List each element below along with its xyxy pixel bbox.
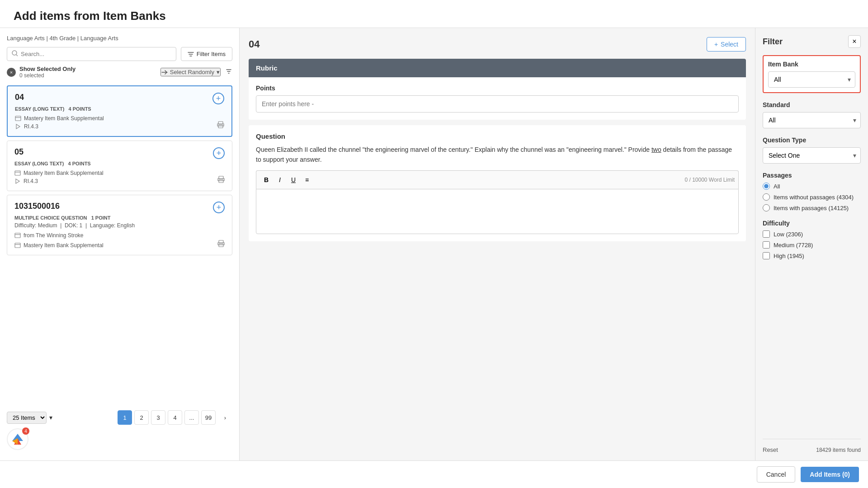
show-selected-row: × Show Selected Only 0 selected (7, 66, 75, 79)
question-section: Question Queen Elizabeth II called the c… (249, 125, 746, 241)
difficulty-medium-label: Medium (7728) (774, 242, 813, 249)
item-add-button[interactable]: + (213, 202, 225, 213)
select-randomly-button[interactable]: Select Randomly ▾ (160, 68, 221, 76)
logo: 4 (7, 428, 28, 450)
item-type: MULTIPLE CHOICE QUESTION 1 point (14, 215, 225, 221)
difficulty-medium-option[interactable]: Medium (7728) (763, 241, 861, 249)
page-button-ellipsis: ... (184, 410, 199, 425)
plus-icon: + (714, 41, 718, 48)
svg-rect-2 (15, 116, 21, 121)
sort-button[interactable] (225, 68, 232, 76)
answer-editor[interactable] (256, 189, 739, 234)
difficulty-low-checkbox[interactable] (763, 230, 770, 238)
clear-selected-button[interactable]: × (7, 68, 16, 77)
item-number: 05 (14, 147, 24, 157)
passages-label: Passages (763, 172, 861, 179)
page-title: Add items from Item Banks (14, 9, 854, 23)
page-next-button[interactable]: › (218, 410, 232, 425)
select-label: Select (721, 41, 738, 48)
item-passage-meta: from The Winning Stroke (14, 232, 225, 239)
items-list: 04 + ESSAY (LONG TEXT) 4 points Mastery … (7, 85, 232, 407)
item-number: 04 (15, 93, 24, 102)
per-page-chevron: ▾ (49, 414, 52, 421)
page-button-3[interactable]: 3 (151, 410, 165, 425)
search-input[interactable] (21, 51, 171, 57)
passages-with-option[interactable]: Items with passages (14125) (763, 204, 861, 211)
italic-button[interactable]: I (274, 174, 286, 186)
svg-rect-12 (15, 243, 20, 248)
page-button-99[interactable]: 99 (201, 410, 216, 425)
item-bank-meta: Mastery Item Bank Supplemental (15, 115, 224, 122)
question-type-dropdown[interactable]: Select One (763, 147, 861, 164)
page-button-4[interactable]: 4 (168, 410, 182, 425)
difficulty-high-checkbox[interactable] (763, 252, 770, 259)
difficulty-label: Difficulty (763, 220, 861, 227)
search-box[interactable] (7, 47, 176, 61)
passages-radio-group: All Items without passages (4304) Items … (763, 183, 861, 211)
standard-section: Standard All ▾ (763, 101, 861, 128)
notification-badge: 4 (22, 427, 29, 435)
filter-close-button[interactable]: × (848, 35, 861, 48)
selected-count: 0 selected (19, 72, 75, 79)
passages-all-option[interactable]: All (763, 183, 861, 190)
select-button[interactable]: + Select (707, 37, 746, 52)
item-card[interactable]: 04 + ESSAY (LONG TEXT) 4 points Mastery … (7, 85, 232, 137)
svg-rect-9 (219, 180, 223, 183)
difficulty-low-label: Low (2306) (774, 231, 803, 238)
center-panel: 04 + Select Rubric Points Question Queen… (240, 28, 755, 460)
difficulty-low-option[interactable]: Low (2306) (763, 230, 861, 238)
passages-without-radio[interactable] (763, 193, 770, 201)
select-randomly-chevron: ▾ (217, 69, 220, 75)
item-add-button[interactable]: + (212, 93, 224, 104)
standard-label: Standard (763, 101, 861, 108)
bottom-bar: Cancel Add Items (0) (0, 460, 868, 488)
points-input[interactable] (256, 95, 739, 113)
print-icon[interactable] (217, 240, 225, 249)
difficulty-medium-checkbox[interactable] (763, 241, 770, 249)
breadcrumb: Language Arts | 4th Grade | Language Art… (7, 35, 232, 42)
passages-all-radio[interactable] (763, 183, 770, 190)
difficulty-high-option[interactable]: High (1945) (763, 252, 861, 259)
per-page-dropdown[interactable]: 25 Items 50 Items (7, 412, 47, 424)
item-card[interactable]: 1031500016 + MULTIPLE CHOICE QUESTION 1 … (7, 195, 232, 255)
item-bank-dropdown[interactable]: All (768, 71, 855, 88)
item-number: 1031500016 (14, 202, 60, 211)
page-button-2[interactable]: 2 (134, 410, 149, 425)
underline-button[interactable]: U (287, 174, 300, 186)
editor-toolbar: B I U ≡ 0 / 10000 Word Limit (256, 170, 739, 189)
search-icon (12, 50, 18, 58)
passages-with-radio[interactable] (763, 204, 770, 211)
item-type: ESSAY (LONG TEXT) 4 points (14, 161, 225, 166)
item-standard-value: RI.4.3 (24, 123, 38, 130)
passages-without-option[interactable]: Items without passages (4304) (763, 193, 861, 201)
svg-line-1 (16, 55, 18, 56)
list-button[interactable]: ≡ (301, 174, 313, 186)
item-passage-name: from The Winning Stroke (24, 232, 84, 239)
passages-without-label: Items without passages (4304) (774, 194, 854, 201)
cancel-button[interactable]: Cancel (757, 466, 796, 483)
show-selected-label[interactable]: Show Selected Only (19, 66, 75, 72)
question-text: Queen Elizabeth II called the chunnel "t… (256, 145, 739, 165)
item-bank-meta: Mastery Item Bank Supplemental (14, 242, 225, 249)
item-bank-dropdown-wrapper: All ▾ (768, 71, 855, 88)
svg-rect-6 (15, 171, 20, 175)
add-items-button[interactable]: Add Items (0) (801, 467, 859, 482)
item-difficulty: Difficulty: Medium | DOK: 1 | Language: … (14, 222, 225, 229)
item-card[interactable]: 05 + ESSAY (LONG TEXT) 4 points Mastery … (7, 141, 232, 191)
filter-items-button[interactable]: Filter Items (181, 47, 232, 61)
per-page-select[interactable]: 25 Items 50 Items ▾ (7, 412, 52, 424)
item-bank-meta: Mastery Item Bank Supplemental (14, 170, 225, 176)
question-label: Question (256, 132, 739, 140)
reset-button[interactable]: Reset (763, 446, 778, 453)
svg-rect-10 (15, 233, 20, 238)
item-add-button[interactable]: + (213, 147, 225, 159)
page-button-1[interactable]: 1 (118, 410, 132, 425)
filter-title: Filter (763, 37, 783, 47)
print-icon[interactable] (217, 176, 225, 184)
passages-all-label: All (774, 183, 780, 190)
bold-button[interactable]: B (260, 174, 273, 186)
page-header: Add items from Item Banks (0, 0, 868, 28)
rubric-section: Rubric Points (249, 59, 746, 120)
standard-dropdown[interactable]: All (763, 112, 861, 128)
print-icon[interactable] (217, 121, 224, 130)
